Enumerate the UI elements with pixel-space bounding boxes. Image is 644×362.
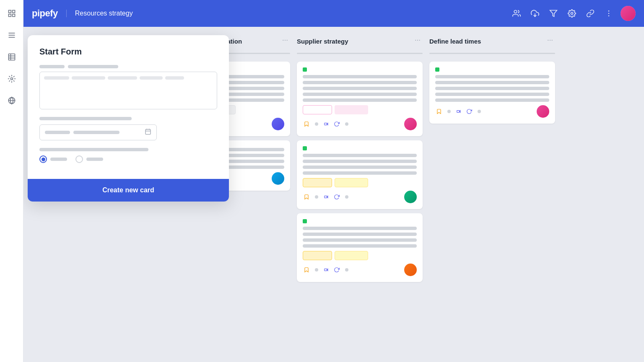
card-action-icons [435, 108, 483, 115]
column-menu-4[interactable] [545, 35, 555, 47]
refresh-icon[interactable] [333, 193, 340, 201]
avatar[interactable] [621, 6, 636, 21]
dot-indicator [445, 108, 453, 115]
svg-marker-15 [550, 10, 557, 17]
card-footer [303, 264, 417, 276]
dot-indicator2 [475, 108, 483, 115]
svg-point-35 [548, 40, 548, 41]
filter-icon[interactable] [547, 7, 560, 20]
radio-selected[interactable] [39, 155, 47, 163]
svg-point-24 [283, 40, 283, 41]
dot-indicator [313, 120, 320, 128]
label-icon[interactable] [323, 266, 330, 274]
modal-footer: Create new card [28, 179, 229, 202]
sidebar-item-automation[interactable] [5, 72, 18, 85]
svg-rect-32 [325, 123, 327, 125]
table-row[interactable] [297, 213, 423, 282]
logo-text: pipefy [32, 8, 58, 19]
svg-rect-33 [325, 196, 327, 198]
card-tags [303, 105, 417, 114]
svg-rect-2 [8, 14, 11, 17]
card-tags [303, 178, 417, 187]
refresh-icon[interactable] [333, 120, 340, 128]
svg-point-31 [419, 40, 420, 41]
tag-item [303, 105, 332, 114]
bookmark-icon[interactable] [435, 108, 443, 115]
more-icon[interactable] [602, 7, 615, 20]
table-row[interactable] [297, 62, 423, 136]
column-divider-4 [429, 53, 555, 54]
svg-rect-3 [12, 14, 15, 17]
table-row[interactable] [297, 140, 423, 209]
column-title-3: Supplier strategy [297, 38, 409, 45]
column-menu-2[interactable] [280, 35, 290, 47]
form-label-1 [39, 65, 217, 68]
export-icon[interactable] [528, 7, 542, 20]
sidebar-item-list[interactable] [5, 28, 18, 42]
column-header-3: Supplier strategy [297, 35, 423, 47]
refresh-icon[interactable] [333, 266, 340, 274]
column-define-lead-times: Define lead times [429, 35, 555, 354]
tag-item [335, 251, 368, 260]
svg-point-18 [608, 13, 610, 14]
card-content-lines [303, 154, 417, 175]
svg-rect-39 [145, 129, 151, 134]
card-avatar [404, 118, 417, 130]
tag-item [335, 178, 368, 187]
create-new-card-button[interactable]: Create new card [102, 186, 154, 194]
card-labels [303, 67, 417, 72]
column-header-4: Define lead times [429, 35, 555, 47]
settings-icon[interactable] [565, 7, 579, 20]
form-field-text [39, 65, 217, 109]
card-content-lines [303, 75, 417, 102]
radio-option-1[interactable] [39, 155, 67, 163]
link-icon[interactable] [584, 7, 597, 20]
svg-point-26 [287, 40, 288, 41]
logo: pipefy [32, 8, 58, 19]
tag-item [303, 178, 332, 187]
card-labels [435, 67, 549, 72]
calendar-icon[interactable] [145, 128, 151, 137]
label-icon[interactable] [323, 120, 330, 128]
table-row[interactable] [429, 62, 555, 124]
svg-rect-1 [12, 10, 15, 13]
sidebar-item-table[interactable] [5, 50, 18, 64]
textarea-field[interactable] [39, 72, 217, 109]
bookmark-icon[interactable] [303, 193, 310, 201]
radio-option-2[interactable] [75, 155, 103, 163]
svg-point-11 [10, 78, 13, 80]
tag-item [335, 105, 368, 114]
card-labels [303, 219, 417, 223]
bookmark-icon[interactable] [303, 120, 310, 128]
people-icon[interactable] [510, 7, 523, 20]
column-title-4: Define lead times [429, 38, 542, 45]
label-icon[interactable] [323, 193, 330, 201]
radio-unselected[interactable] [75, 155, 83, 163]
sidebar-item-globe[interactable] [5, 94, 18, 107]
card-action-icons [303, 266, 351, 274]
card-action-icons [303, 193, 351, 201]
modal-body: Start Form [28, 35, 229, 179]
main-content: pipefy Resources strategy [23, 0, 644, 362]
svg-rect-0 [8, 10, 11, 13]
bookmark-icon[interactable] [303, 266, 310, 274]
column-divider-3 [297, 53, 423, 54]
svg-point-17 [608, 10, 610, 12]
column-menu-3[interactable] [413, 35, 423, 47]
card-tags [303, 251, 417, 260]
start-form-modal: Start Form [28, 35, 229, 202]
card-content-lines [435, 75, 549, 102]
card-avatar [404, 191, 417, 203]
card-action-icons [303, 120, 351, 128]
svg-point-36 [550, 40, 551, 41]
refresh-icon[interactable] [465, 108, 473, 115]
card-avatar [272, 118, 284, 130]
dot-indicator2 [343, 193, 351, 201]
modal-title: Start Form [39, 47, 217, 57]
svg-rect-7 [8, 54, 15, 60]
label-icon[interactable] [455, 108, 463, 115]
card-footer [303, 118, 417, 130]
date-input[interactable] [39, 124, 157, 140]
sidebar-item-grid[interactable] [5, 7, 18, 20]
svg-rect-38 [457, 111, 460, 113]
